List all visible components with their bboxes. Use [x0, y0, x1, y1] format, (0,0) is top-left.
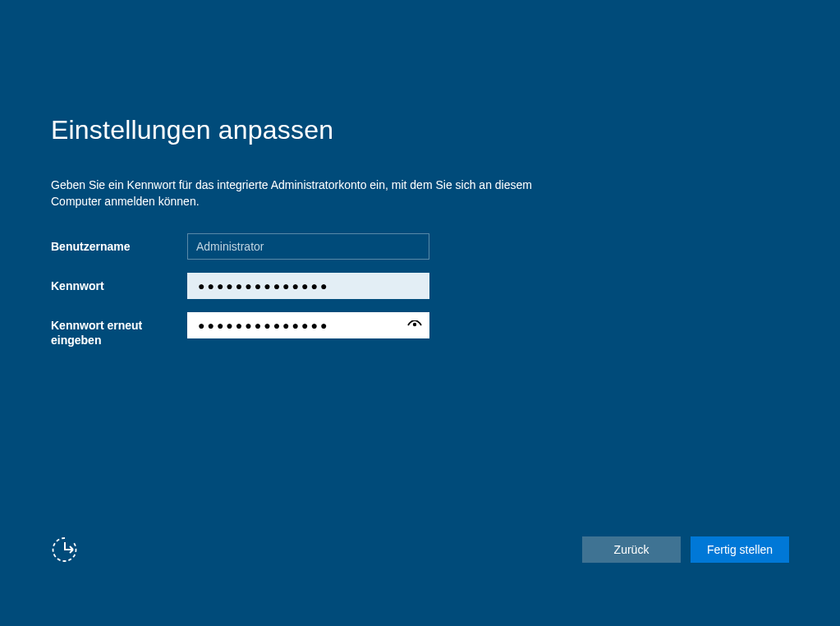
- password-label: Kennwort: [51, 273, 187, 293]
- password-input[interactable]: [187, 273, 429, 299]
- password-confirm-input-wrap: [187, 312, 429, 338]
- password-confirm-label: Kennwort erneut eingeben: [51, 312, 187, 348]
- username-input: [187, 233, 429, 260]
- setup-content-area: Einstellungen anpassen Geben Sie ein Ken…: [51, 115, 626, 361]
- ease-of-access-icon[interactable]: [51, 536, 79, 564]
- password-confirm-input[interactable]: [187, 312, 429, 338]
- page-title: Einstellungen anpassen: [51, 115, 626, 145]
- back-button[interactable]: Zurück: [582, 536, 681, 563]
- password-confirm-row: Kennwort erneut eingeben: [51, 312, 626, 348]
- footer-left: [51, 536, 79, 564]
- password-reveal-icon[interactable]: [406, 317, 423, 334]
- page-description: Geben Sie ein Kennwort für das integrier…: [51, 177, 552, 210]
- username-input-wrap: [187, 233, 429, 260]
- username-row: Benutzername: [51, 233, 626, 260]
- username-label: Benutzername: [51, 233, 187, 254]
- password-row: Kennwort: [51, 273, 626, 299]
- footer: Zurück Fertig stellen: [51, 536, 789, 564]
- finish-button[interactable]: Fertig stellen: [691, 536, 789, 563]
- password-input-wrap: [187, 273, 429, 299]
- svg-point-0: [413, 322, 416, 325]
- footer-buttons: Zurück Fertig stellen: [582, 536, 789, 563]
